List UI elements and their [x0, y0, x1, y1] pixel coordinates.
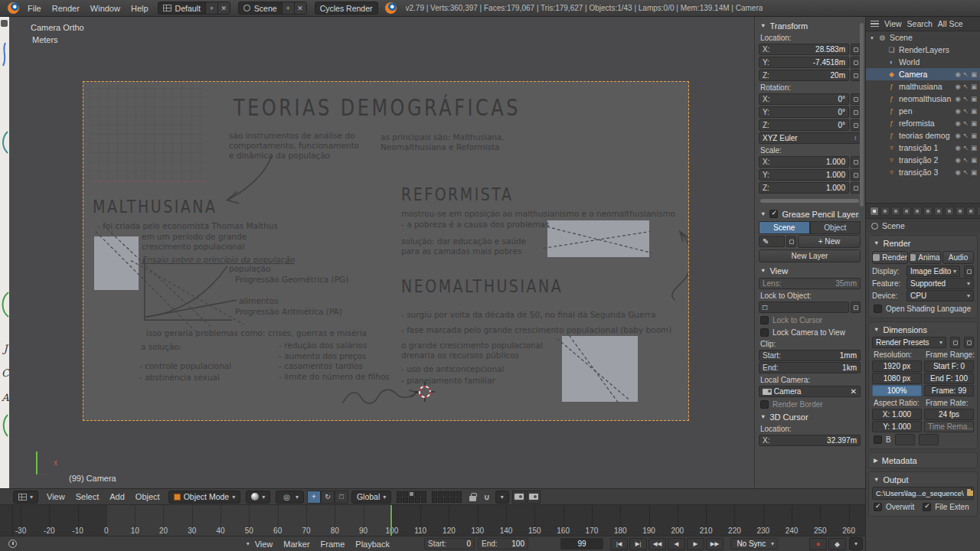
playback-button[interactable]: ▶: [687, 538, 704, 550]
eye-toggle[interactable]: ◉: [955, 168, 960, 176]
eye-toggle[interactable]: ◉: [955, 83, 960, 90]
grease-pencil-checkbox[interactable]: [769, 210, 778, 218]
eye-toggle[interactable]: ◉: [955, 70, 960, 78]
output-path-field[interactable]: C:\Users\lag...e_sequence\: [872, 487, 974, 500]
cursor-x-field[interactable]: X:32.397m: [759, 435, 861, 446]
local-camera-field[interactable]: Camera✕: [759, 386, 861, 397]
playback-button[interactable]: ▶|: [629, 538, 647, 550]
menu-item[interactable]: File: [22, 2, 47, 15]
outliner-view-menu[interactable]: View: [884, 19, 902, 28]
grease-pencil-panel-header[interactable]: ▼Grease Pencil Layers: [759, 207, 861, 220]
rotation-number-field[interactable]: Z:0°: [759, 119, 849, 131]
layer-cell[interactable]: [456, 497, 462, 503]
scale-manipulator-toggle[interactable]: □: [335, 491, 348, 504]
outliner-row[interactable]: ƒ reformista ◉ ↖ ▣: [866, 117, 980, 129]
sync-dropdown[interactable]: No Sync▾: [730, 538, 778, 549]
layer-cell[interactable]: [409, 497, 414, 503]
playback-button[interactable]: ◀: [668, 538, 685, 550]
menu-item[interactable]: View: [41, 491, 70, 503]
eye-toggle[interactable]: ◉: [955, 156, 960, 164]
lens-field[interactable]: Lens:35mm: [759, 278, 861, 289]
select-toggle[interactable]: ↖: [963, 156, 969, 164]
device-dropdown[interactable]: CPU▾: [906, 290, 974, 302]
outliner-display-filter[interactable]: All Sce: [938, 19, 963, 28]
editor-type-selector[interactable]: ▾: [13, 491, 38, 504]
screen-layout-dropdown[interactable]: Default: [158, 4, 205, 13]
eye-toggle[interactable]: ◉: [955, 107, 960, 115]
lock-to-cursor-checkbox[interactable]: [760, 316, 769, 324]
layer-cell[interactable]: [415, 497, 420, 503]
remove-preset-button[interactable]: [964, 337, 974, 348]
fps-dropdown[interactable]: 24 fps: [924, 409, 974, 420]
add-gp-datablock-button[interactable]: [786, 236, 796, 247]
close-layout-button[interactable]: ✕: [217, 2, 230, 14]
render-toggle[interactable]: ▣: [971, 168, 977, 176]
render-animation-button[interactable]: Animat: [910, 251, 941, 264]
clip-start-field[interactable]: Start:1mm: [759, 350, 861, 361]
scale-number-field[interactable]: Y:1.000: [759, 169, 849, 181]
gp-source-object-tab[interactable]: Object: [810, 221, 861, 234]
eye-toggle[interactable]: ◉: [955, 144, 960, 152]
auto-keyframe-record-button[interactable]: ●: [809, 538, 827, 550]
timeline-editor-icon[interactable]: [8, 540, 17, 548]
eye-toggle[interactable]: ◉: [955, 132, 960, 139]
time-remapping-field[interactable]: Time Rema...: [924, 421, 974, 432]
select-toggle[interactable]: ↖: [963, 107, 969, 115]
edit-icon-button[interactable]: [851, 302, 861, 313]
render-engine-selector[interactable]: Cycles Render: [315, 2, 378, 15]
layer-cell[interactable]: [438, 491, 443, 497]
location-number-field[interactable]: Y:-7.4518m: [759, 57, 849, 68]
aspect-y-field[interactable]: Y: 1.000: [872, 421, 922, 432]
add-layout-button[interactable]: +: [205, 2, 217, 14]
clear-icon[interactable]: ✕: [851, 387, 857, 396]
layer-cell[interactable]: [415, 491, 420, 497]
menu-item[interactable]: Add: [104, 491, 130, 503]
snap-element-dropdown[interactable]: ▾: [495, 491, 509, 504]
select-toggle[interactable]: ↖: [963, 70, 969, 78]
lock-camera-row[interactable]: Lock Camera to View: [759, 326, 861, 338]
tab-particles-icon[interactable]: [977, 207, 980, 216]
frame-step-stepper[interactable]: [895, 434, 915, 445]
outliner-row[interactable]: ❏ RenderLayers ◉ ↖ ▣: [866, 44, 980, 56]
outliner-row[interactable]: ▿ transição 1 ◉ ↖ ▣: [866, 142, 980, 154]
display-dropdown[interactable]: Image Edito▾: [906, 266, 960, 277]
layer-cell[interactable]: [421, 491, 426, 497]
layer-cell[interactable]: [444, 497, 449, 503]
menu-item[interactable]: Frame: [315, 538, 351, 550]
current-frame-field[interactable]: Frame: 99: [924, 385, 974, 396]
file-extensions-checkbox[interactable]: [923, 503, 931, 511]
rotate-manipulator-toggle[interactable]: ↻: [321, 491, 335, 504]
output-panel-header[interactable]: ▼Output: [872, 473, 974, 486]
select-toggle[interactable]: ↖: [963, 95, 969, 103]
render-opengl-animation-button[interactable]: [527, 491, 541, 504]
playback-button[interactable]: ◀◀: [648, 538, 666, 550]
eye-toggle[interactable]: ◉: [955, 119, 960, 127]
menu-item[interactable]: Help: [126, 2, 154, 15]
close-scene-button[interactable]: ✕: [294, 2, 306, 14]
gp-datablock-field[interactable]: ✎: [759, 236, 785, 247]
tab-object-icon[interactable]: [913, 207, 922, 216]
render-toggle[interactable]: ▣: [971, 70, 977, 78]
lock-to-cursor-row[interactable]: Lock to Cursor: [759, 314, 861, 326]
lock-icon[interactable]: [469, 496, 476, 501]
add-scene-button[interactable]: +: [282, 2, 294, 14]
aspect-x-field[interactable]: X: 1.000: [872, 409, 922, 420]
snap-magnet-icon[interactable]: ∪: [482, 493, 492, 501]
render-toggle[interactable]: ▣: [971, 156, 977, 164]
transform-panel-header[interactable]: ▼Transform: [759, 19, 861, 32]
outliner-row[interactable]: ▿ transição 2 ◉ ↖ ▣: [866, 154, 980, 166]
menu-item[interactable]: Marker: [278, 538, 315, 550]
expand-icon[interactable]: ▾: [871, 34, 877, 41]
select-toggle[interactable]: ↖: [963, 168, 969, 176]
render-toggle[interactable]: ▣: [971, 95, 977, 103]
layer-cell[interactable]: [409, 491, 414, 497]
rotation-number-field[interactable]: X:0°: [759, 93, 849, 105]
render-toggle[interactable]: ▣: [971, 132, 977, 139]
tab-data-icon[interactable]: [945, 207, 954, 216]
folder-icon[interactable]: [967, 491, 974, 496]
tab-render-layers-icon[interactable]: [880, 207, 890, 216]
outliner-row[interactable]: ▿ transição 3 ◉ ↖ ▣: [866, 166, 980, 178]
menu-item[interactable]: Select: [70, 491, 105, 503]
lock-object-field[interactable]: □: [759, 302, 849, 313]
npanel-scrollbar[interactable]: [860, 23, 864, 207]
